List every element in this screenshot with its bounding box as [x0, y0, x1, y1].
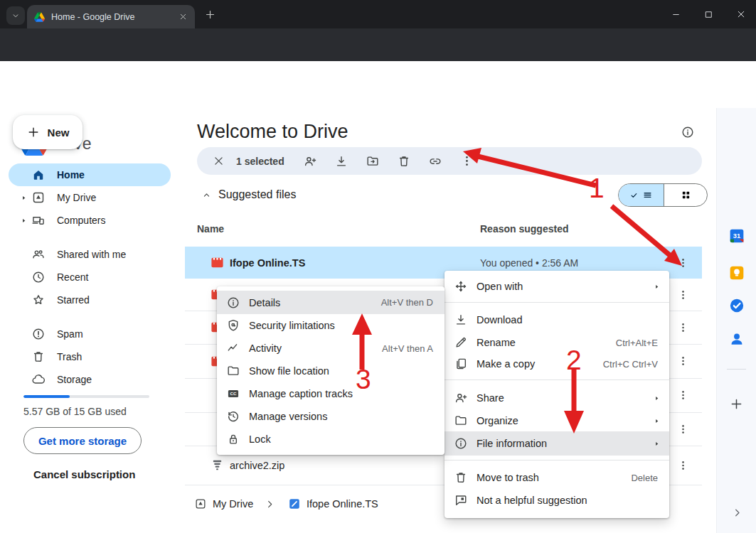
row-kebab-icon[interactable]: [677, 321, 689, 333]
menu-item-lock[interactable]: Lock: [217, 428, 444, 451]
file-chip-icon: [289, 498, 300, 510]
my-drive-icon: [194, 497, 207, 510]
trash-icon: [31, 350, 46, 364]
menu-divider: [444, 460, 669, 461]
svg-text:31: 31: [733, 232, 740, 239]
file-reason: You opened • 2:56 AM: [480, 257, 578, 269]
menu-item-security-limitations[interactable]: Security limitations: [217, 314, 444, 337]
menu-item-file-information[interactable]: File information: [444, 431, 669, 456]
menu-item-details[interactable]: Details Alt+V then D: [217, 291, 444, 314]
breadcrumb-file[interactable]: Ifope Online.TS: [307, 498, 378, 510]
window-minimize-button[interactable]: [665, 5, 686, 23]
expand-caret-icon[interactable]: [21, 217, 27, 224]
download-icon: [454, 313, 468, 327]
menu-item-share[interactable]: Share: [444, 386, 669, 410]
column-header-name[interactable]: Name: [197, 223, 224, 235]
companion-side-panel: 31: [716, 108, 756, 533]
sidebar-item-home[interactable]: Home: [9, 163, 171, 186]
sidebar-item-storage[interactable]: Storage: [9, 368, 171, 391]
add-addon-icon[interactable]: [729, 397, 744, 411]
copy-icon: [454, 357, 468, 371]
file-information-icon: [454, 436, 468, 451]
organize-folder-icon: [454, 414, 468, 428]
view-toggle: [618, 183, 708, 207]
submenu-caret-icon: [653, 394, 661, 402]
my-drive-icon: [31, 190, 46, 205]
menu-divider: [444, 302, 669, 303]
check-icon: [629, 190, 639, 200]
browser-titlebar: Home - Google Drive: [0, 0, 756, 28]
get-more-storage-button[interactable]: Get more storage: [23, 427, 142, 454]
window-maximize-button[interactable]: [698, 5, 719, 23]
menu-item-move-to-trash[interactable]: Move to trash Delete: [444, 465, 669, 490]
sidebar-item-spam[interactable]: Spam: [9, 323, 171, 345]
menu-item-rename[interactable]: Rename Ctrl+Alt+E: [444, 330, 669, 355]
browser-toolbar: drive.google.com/drive/home {i} A: [0, 28, 756, 61]
clear-selection-icon[interactable]: [213, 155, 225, 167]
details-info-icon: [226, 296, 240, 310]
submenu-caret-icon: [653, 283, 661, 291]
submenu-caret-icon: [653, 440, 661, 448]
row-kebab-icon[interactable]: [677, 355, 689, 367]
menu-item-activity[interactable]: Activity Alt+V then A: [217, 337, 444, 360]
row-kebab-icon[interactable]: [677, 289, 689, 301]
collapse-section-chevron-icon[interactable]: [201, 190, 212, 200]
contacts-icon[interactable]: [729, 331, 745, 347]
svg-text:CC: CC: [230, 391, 237, 396]
screen: Home - Google Drive drive.google.com/dri…: [0, 0, 756, 533]
sidebar-item-my-drive[interactable]: My Drive: [9, 186, 171, 209]
menu-item-show-file-location[interactable]: Show file location: [217, 360, 444, 382]
download-icon[interactable]: [334, 154, 348, 168]
browser-tab[interactable]: Home - Google Drive: [27, 5, 195, 28]
cancel-subscription-link[interactable]: Cancel subscription: [33, 468, 135, 480]
sidebar-item-starred[interactable]: Starred: [9, 289, 171, 311]
storage-progress: [23, 395, 149, 398]
tab-close-icon[interactable]: [179, 12, 188, 21]
menu-item-download[interactable]: Download: [444, 308, 669, 332]
list-view-button[interactable]: [619, 184, 664, 206]
row-kebab-icon[interactable]: [677, 389, 689, 402]
tab-search-button[interactable]: [6, 6, 25, 25]
sidebar-item-recent[interactable]: Recent: [9, 266, 171, 289]
new-tab-icon[interactable]: [204, 9, 216, 21]
row-kebab-icon[interactable]: [677, 257, 689, 269]
menu-item-not-helpful[interactable]: Not a helpful suggestion: [444, 488, 669, 512]
breadcrumb-chevron-icon: [265, 499, 275, 510]
share-person-add-icon[interactable]: [303, 154, 317, 168]
window-close-button[interactable]: [730, 5, 752, 23]
menu-item-open-with[interactable]: Open with: [444, 274, 669, 298]
move-to-folder-icon[interactable]: [366, 154, 380, 168]
grid-view-button[interactable]: [664, 184, 707, 206]
closed-captions-icon: CC: [226, 387, 240, 401]
menu-item-manage-caption-tracks[interactable]: CC Manage caption tracks: [217, 382, 444, 405]
keep-icon[interactable]: [729, 265, 745, 281]
row-kebab-icon[interactable]: [677, 423, 689, 435]
section-title: Suggested files: [218, 188, 296, 201]
breadcrumb-parent[interactable]: My Drive: [213, 498, 253, 510]
row-kebab-icon[interactable]: [677, 459, 689, 471]
copy-link-icon[interactable]: [428, 154, 442, 168]
calendar-icon[interactable]: 31: [729, 228, 745, 244]
storage-used-text: 5.57 GB of 15 GB used: [23, 406, 127, 417]
list-view-icon: [642, 190, 653, 200]
trash-icon: [454, 470, 468, 485]
more-actions-kebab-icon[interactable]: [460, 154, 474, 168]
file-name: archive2.zip: [230, 460, 284, 471]
folder-icon: [226, 364, 240, 378]
sidebar-item-shared-with-me[interactable]: Shared with me: [9, 243, 171, 266]
page-info-icon[interactable]: [681, 125, 695, 139]
menu-item-organize[interactable]: Organize: [444, 409, 669, 433]
sidebar-item-computers[interactable]: Computers: [9, 209, 171, 232]
column-header-reason[interactable]: Reason suggested: [480, 223, 568, 235]
menu-item-manage-versions[interactable]: Manage versions: [217, 405, 444, 428]
trash-icon[interactable]: [397, 154, 411, 168]
tasks-icon[interactable]: [729, 298, 745, 313]
expand-caret-icon[interactable]: [21, 195, 27, 201]
new-button[interactable]: New: [13, 115, 82, 149]
sidebar-item-trash[interactable]: Trash: [9, 345, 171, 368]
menu-item-make-a-copy[interactable]: Make a copy Ctrl+C Ctrl+V: [444, 352, 669, 376]
selected-count: 1 selected: [236, 156, 284, 167]
file-name: Ifope Online.TS: [230, 257, 305, 269]
version-history-icon: [226, 409, 240, 424]
hide-panel-chevron-icon[interactable]: [731, 507, 743, 519]
